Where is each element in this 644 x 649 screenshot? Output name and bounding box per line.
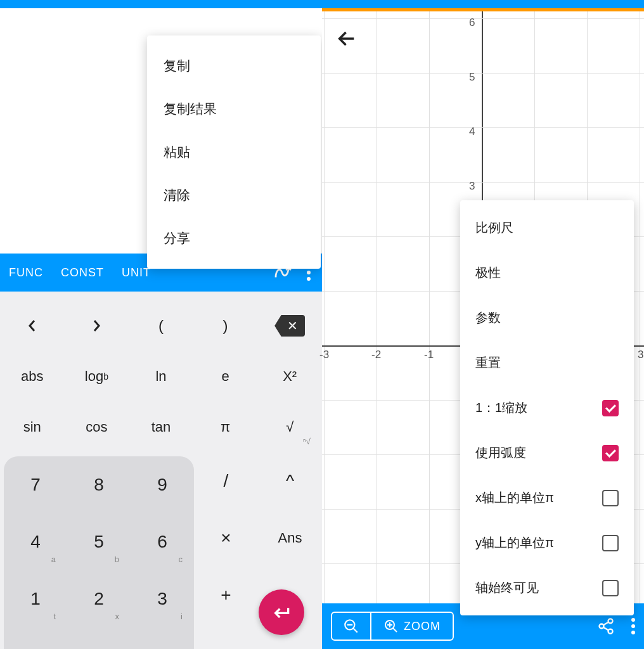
svg-point-19 xyxy=(631,624,635,628)
zoom-button[interactable]: ZOOM xyxy=(370,613,453,639)
key-logb[interactable]: logb xyxy=(65,351,129,402)
xtick-m1: -1 xyxy=(424,349,434,361)
menu-polar[interactable]: 极性 xyxy=(460,250,634,295)
zoom-out-icon xyxy=(343,618,359,634)
zoom-label: ZOOM xyxy=(404,620,441,633)
key-ans[interactable]: Ans xyxy=(258,510,322,567)
key-5[interactable]: 5b xyxy=(67,513,131,570)
more-button[interactable] xyxy=(631,618,635,634)
svg-point-20 xyxy=(631,631,635,634)
key-1[interactable]: 1t xyxy=(4,570,67,627)
menu-copy-result[interactable]: 复制结果 xyxy=(147,87,321,131)
key-cos[interactable]: cos xyxy=(65,402,129,453)
menu-y-pi[interactable]: y轴上的单位π xyxy=(460,520,634,565)
key-backspace[interactable]: ✕ xyxy=(257,300,322,351)
svg-point-3 xyxy=(307,271,311,274)
key-xsq[interactable]: X² xyxy=(257,351,322,402)
key-6[interactable]: 6c xyxy=(131,513,194,570)
key-divide[interactable]: / xyxy=(194,453,258,510)
enter-button[interactable] xyxy=(259,589,304,635)
key-e[interactable]: e xyxy=(193,351,258,402)
key-tan[interactable]: tan xyxy=(129,402,193,453)
key-cursor-left[interactable] xyxy=(0,300,65,351)
key-cursor-right[interactable] xyxy=(65,300,129,351)
svg-point-14 xyxy=(600,624,604,629)
svg-line-16 xyxy=(603,622,609,626)
zoom-out-button[interactable] xyxy=(332,613,370,639)
checkbox-ypi[interactable] xyxy=(602,535,619,551)
key-sin[interactable]: sin xyxy=(0,402,65,453)
status-bar xyxy=(0,0,322,8)
svg-point-4 xyxy=(307,277,311,281)
menu-share[interactable]: 分享 xyxy=(147,217,321,260)
checkbox-xpi[interactable] xyxy=(602,490,619,506)
key-3[interactable]: 3i xyxy=(131,570,194,627)
key-9[interactable]: 9 xyxy=(131,456,194,513)
ytick-3: 3 xyxy=(469,180,475,193)
tab-func[interactable]: FUNC xyxy=(0,266,52,280)
tab-const[interactable]: CONST xyxy=(52,266,113,280)
menu-copy[interactable]: 复制 xyxy=(147,44,321,87)
svg-line-17 xyxy=(603,627,609,631)
key-dot[interactable]: . xyxy=(67,627,131,649)
menu-zoom-1-1[interactable]: 1：1缩放 xyxy=(460,385,634,430)
checkbox-radians[interactable] xyxy=(602,445,619,461)
menu-x-pi[interactable]: x轴上的单位π xyxy=(460,475,634,520)
function-keypad: ( ) ✕ abs logb ln e X² sin cos tan π √ⁿ√ xyxy=(0,292,322,453)
key-multiply[interactable]: × xyxy=(194,510,258,567)
ytick-4: 4 xyxy=(469,125,475,138)
key-caret[interactable]: ^ xyxy=(258,453,322,510)
checkbox-axisvis[interactable] xyxy=(602,580,619,596)
enter-icon xyxy=(271,602,292,622)
menu-clear[interactable]: 清除 xyxy=(147,174,321,217)
status-bar xyxy=(322,0,644,8)
calculator-pane: FUNC CONST UNIT ( ) ✕ abs logb ln e X² xyxy=(0,0,322,649)
menu-radians[interactable]: 使用弧度 xyxy=(460,430,634,475)
menu-scale[interactable]: 比例尺 xyxy=(460,205,634,250)
key-lparen[interactable]: ( xyxy=(129,300,193,351)
key-pi[interactable]: π xyxy=(193,402,258,453)
ytick-6: 6 xyxy=(469,16,475,29)
xtick-m3: -3 xyxy=(319,349,329,361)
graph-menu: 比例尺 极性 参数 重置 1：1缩放 使用弧度 x轴上的单位π y轴上的单位π … xyxy=(460,200,634,615)
graph-pane: 6 5 4 3 -3 -2 -1 3 ZOOM xyxy=(322,0,644,649)
key-7[interactable]: 7 xyxy=(4,456,67,513)
key-4[interactable]: 4a xyxy=(4,513,67,570)
key-rparen[interactable]: ) xyxy=(193,300,258,351)
numpad: 7 8 9 4a 5b 6c 1t 2x 3i 0= . E xyxy=(4,456,194,649)
backspace-icon: ✕ xyxy=(274,315,305,337)
svg-line-7 xyxy=(353,628,357,633)
key-8[interactable]: 8 xyxy=(67,456,131,513)
svg-point-18 xyxy=(631,618,635,622)
menu-paste[interactable]: 粘贴 xyxy=(147,131,321,174)
menu-axis-visible[interactable]: 轴始终可见 xyxy=(460,565,634,610)
back-button[interactable] xyxy=(336,28,357,49)
more-icon xyxy=(631,618,635,634)
svg-point-13 xyxy=(609,619,613,623)
context-menu: 复制 复制结果 粘贴 清除 分享 xyxy=(147,35,321,269)
menu-param[interactable]: 参数 xyxy=(460,295,634,340)
checkbox-zoom11[interactable] xyxy=(602,400,619,416)
xtick-p3: 3 xyxy=(638,349,643,361)
key-E[interactable]: E xyxy=(131,627,194,649)
key-plus[interactable]: + xyxy=(194,567,258,624)
zoom-group: ZOOM xyxy=(331,612,454,641)
zoom-in-icon xyxy=(383,619,399,634)
ytick-5: 5 xyxy=(469,71,475,84)
menu-reset[interactable]: 重置 xyxy=(460,340,634,385)
share-button[interactable] xyxy=(597,617,615,635)
xtick-m2: -2 xyxy=(371,349,381,361)
key-ln[interactable]: ln xyxy=(129,351,193,402)
key-2[interactable]: 2x xyxy=(67,570,131,627)
key-abs[interactable]: abs xyxy=(0,351,65,402)
svg-line-10 xyxy=(393,628,397,632)
svg-point-15 xyxy=(609,629,613,634)
back-arrow-icon xyxy=(336,28,357,49)
key-sqrt[interactable]: √ⁿ√ xyxy=(257,402,322,453)
share-icon xyxy=(597,617,615,635)
key-0[interactable]: 0= xyxy=(4,627,67,649)
